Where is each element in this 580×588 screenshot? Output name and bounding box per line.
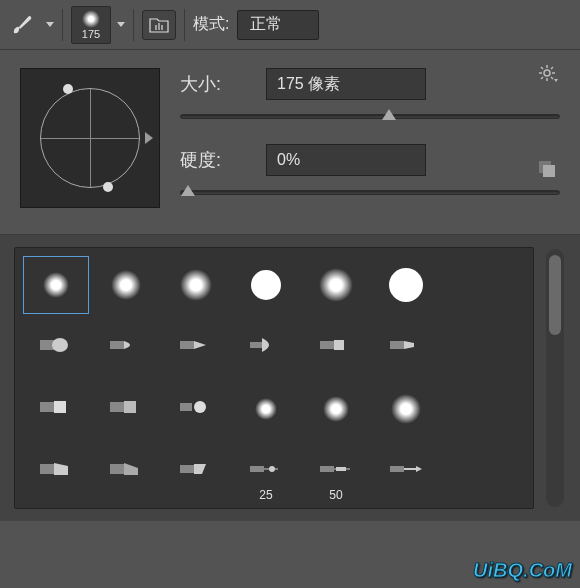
svg-line-7 — [551, 67, 553, 69]
brush-preset[interactable] — [303, 256, 369, 314]
brush-tip-icon — [180, 398, 212, 420]
svg-rect-23 — [180, 403, 192, 411]
soft-brush-icon — [111, 270, 141, 300]
brush-preset[interactable] — [23, 318, 89, 376]
brush-preset[interactable] — [233, 256, 299, 314]
hardness-label: 硬度: — [180, 148, 250, 172]
svg-line-6 — [551, 77, 553, 79]
brush-preset-picker[interactable]: 175 — [71, 6, 125, 44]
soft-brush-icon — [323, 396, 349, 422]
brush-preset[interactable] — [303, 380, 369, 438]
svg-rect-34 — [390, 466, 404, 472]
svg-point-12 — [52, 338, 68, 352]
soft-brush-icon — [255, 398, 277, 420]
brush-preset[interactable] — [93, 256, 159, 314]
brush-tip-icon — [110, 336, 142, 358]
hardness-slider[interactable] — [180, 182, 560, 202]
brush-angle-control[interactable] — [20, 68, 160, 208]
angle-arrow-icon — [145, 132, 153, 144]
brush-panel-toggle[interactable] — [142, 10, 176, 40]
hardness-input[interactable] — [266, 144, 426, 176]
svg-point-0 — [544, 70, 550, 76]
svg-line-8 — [541, 77, 543, 79]
brush-tip-icon — [180, 460, 212, 482]
brush-preset[interactable]: 50 — [303, 442, 369, 500]
brush-tip-icon — [110, 398, 142, 420]
brush-preset[interactable] — [93, 318, 159, 376]
svg-rect-16 — [320, 341, 334, 349]
brush-preset[interactable] — [303, 318, 369, 376]
slider-thumb[interactable] — [382, 109, 396, 120]
brush-preset-grid: 2550 — [14, 247, 534, 509]
slider-thumb[interactable] — [181, 185, 195, 196]
brush-preset[interactable] — [163, 256, 229, 314]
hard-brush-icon — [251, 270, 281, 300]
gear-icon[interactable] — [538, 64, 558, 88]
scrollbar[interactable] — [546, 249, 564, 507]
hard-brush-icon — [389, 268, 423, 302]
divider — [184, 9, 185, 41]
svg-rect-13 — [110, 341, 124, 349]
brush-tip-icon — [320, 460, 352, 482]
brush-preset[interactable] — [163, 442, 229, 500]
new-preset-icon[interactable] — [538, 160, 558, 180]
angle-handle[interactable] — [63, 84, 73, 94]
brush-tool-icon[interactable] — [8, 11, 36, 39]
brush-preset[interactable] — [23, 380, 89, 438]
svg-rect-17 — [334, 340, 344, 350]
brush-tip-icon — [40, 460, 72, 482]
svg-rect-21 — [110, 402, 124, 412]
size-label: 大小: — [180, 72, 250, 96]
brush-tip-icon — [250, 460, 282, 482]
soft-brush-icon — [391, 394, 421, 424]
svg-rect-14 — [180, 341, 194, 349]
brush-preset[interactable] — [23, 256, 89, 314]
brush-preset[interactable] — [373, 380, 439, 438]
svg-rect-28 — [250, 466, 264, 472]
tool-caret-icon[interactable] — [46, 22, 54, 27]
soft-brush-icon — [319, 268, 353, 302]
brush-preset[interactable] — [93, 442, 159, 500]
brush-preset[interactable] — [233, 318, 299, 376]
size-input[interactable] — [266, 68, 426, 100]
brush-preset[interactable] — [373, 442, 439, 500]
brush-preset[interactable] — [163, 380, 229, 438]
mode-label: 模式: — [193, 14, 229, 35]
preset-size-label: 50 — [329, 488, 342, 502]
brush-tip-icon — [110, 460, 142, 482]
svg-rect-31 — [320, 466, 334, 472]
size-slider[interactable] — [180, 106, 560, 126]
brush-preset[interactable] — [373, 318, 439, 376]
scroll-thumb[interactable] — [549, 255, 561, 335]
svg-rect-11 — [40, 340, 54, 350]
options-bar: 175 模式: 正常 — [0, 0, 580, 50]
brush-preset[interactable] — [163, 318, 229, 376]
brush-preset[interactable] — [373, 256, 439, 314]
brush-tip-icon — [250, 336, 282, 358]
svg-line-5 — [541, 67, 543, 69]
brush-size-readout: 175 — [82, 28, 100, 40]
brush-tip-icon — [40, 398, 72, 420]
angle-circle — [40, 88, 140, 188]
brush-preset[interactable] — [23, 442, 89, 500]
brush-settings-panel: 大小: 硬度: — [0, 50, 580, 235]
svg-rect-25 — [40, 464, 54, 474]
svg-point-24 — [194, 401, 206, 413]
brush-tip-icon — [320, 336, 352, 358]
watermark: UiBQ.CoM — [473, 559, 572, 582]
angle-handle[interactable] — [103, 182, 113, 192]
svg-rect-22 — [124, 401, 136, 413]
brush-preset[interactable] — [233, 380, 299, 438]
brush-tip-icon — [390, 336, 422, 358]
svg-rect-27 — [180, 465, 194, 473]
svg-rect-20 — [54, 401, 66, 413]
preset-caret-icon[interactable] — [117, 22, 125, 27]
divider — [62, 9, 63, 41]
svg-rect-19 — [40, 402, 54, 412]
brush-presets-area: 2550 — [0, 235, 580, 521]
mode-value: 正常 — [250, 14, 282, 35]
blend-mode-select[interactable]: 正常 — [237, 10, 319, 40]
brush-preset[interactable] — [93, 380, 159, 438]
brush-preset[interactable]: 25 — [233, 442, 299, 500]
brush-tip-icon — [180, 336, 212, 358]
